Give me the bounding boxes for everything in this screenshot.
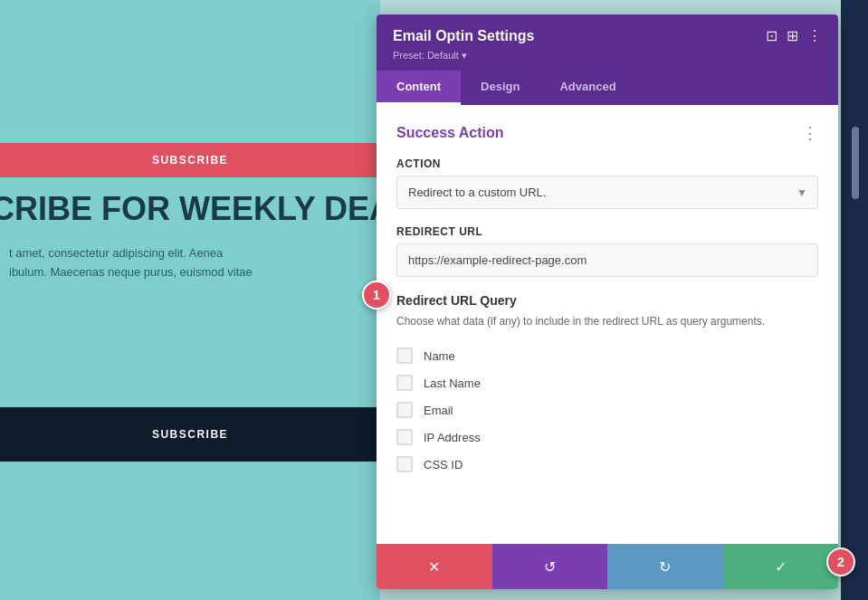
bg-body-text: t amet, consectetur adipiscing elit. Aen… bbox=[0, 244, 262, 282]
redirect-url-input[interactable] bbox=[396, 243, 818, 277]
right-side-panel bbox=[841, 0, 868, 600]
undo-icon: ↺ bbox=[544, 558, 556, 576]
checkbox-lastname: Last Name bbox=[396, 369, 818, 396]
panel-toolbar: ✕ ↺ ↻ ✓ bbox=[377, 544, 838, 589]
checkbox-email: Email bbox=[396, 396, 818, 424]
checkbox-email-label: Email bbox=[424, 404, 453, 417]
panel-title: Email Optin Settings bbox=[393, 28, 534, 44]
query-description: Choose what data (if any) to include in … bbox=[396, 313, 818, 329]
more-icon[interactable]: ⋮ bbox=[807, 27, 822, 44]
section-header: Success Action ⋮ bbox=[396, 123, 818, 143]
checkbox-cssid-label: CSS ID bbox=[424, 458, 463, 471]
save-button[interactable]: ✓ bbox=[723, 544, 839, 589]
redirect-url-label: Redirect URL bbox=[396, 225, 818, 238]
panel-header: Email Optin Settings ⊡ ⊞ ⋮ Preset: Defau… bbox=[377, 14, 838, 71]
section-title: Success Action bbox=[396, 125, 504, 141]
action-select[interactable]: Redirect to a custom URL. bbox=[396, 176, 818, 209]
section-menu-icon[interactable]: ⋮ bbox=[802, 123, 818, 143]
subscribe-label-bottom: SUBSCRIBE bbox=[152, 428, 228, 441]
checkbox-name-label: Name bbox=[424, 349, 455, 363]
checkbox-cssid: CSS ID bbox=[396, 451, 818, 478]
scrollbar[interactable] bbox=[852, 127, 859, 199]
checkbox-ip: IP Address bbox=[396, 424, 818, 451]
query-title: Redirect URL Query bbox=[396, 293, 818, 308]
panel-header-top: Email Optin Settings ⊡ ⊞ ⋮ bbox=[393, 27, 822, 44]
checkbox-email-box[interactable] bbox=[396, 402, 413, 418]
bg-headline: CRIBE FOR WEEKLY DEA bbox=[0, 190, 380, 228]
panel-preset[interactable]: Preset: Default ▾ bbox=[393, 50, 822, 62]
undo-button[interactable]: ↺ bbox=[492, 544, 608, 589]
redirect-url-field-row: Redirect URL bbox=[396, 225, 818, 277]
checkbox-ip-label: IP Address bbox=[424, 431, 481, 444]
save-icon: ✓ bbox=[775, 558, 787, 576]
layout-icon[interactable]: ⊞ bbox=[787, 27, 798, 44]
tab-content[interactable]: Content bbox=[377, 71, 461, 105]
panel-tabs: Content Design Advanced bbox=[377, 71, 838, 105]
tab-advanced[interactable]: Advanced bbox=[539, 71, 635, 105]
subscribe-bar-top: SUBSCRIBE bbox=[0, 143, 380, 177]
action-select-wrapper: Redirect to a custom URL. ▼ bbox=[396, 176, 818, 209]
badge-1: 1 bbox=[362, 281, 391, 310]
query-section: Redirect URL Query Choose what data (if … bbox=[396, 293, 818, 478]
checkbox-lastname-label: Last Name bbox=[424, 376, 481, 390]
checkbox-name-box[interactable] bbox=[396, 348, 413, 364]
action-field-row: Action Redirect to a custom URL. ▼ bbox=[396, 157, 818, 209]
cancel-icon: ✕ bbox=[428, 558, 440, 576]
checkbox-lastname-box[interactable] bbox=[396, 375, 413, 391]
tab-design[interactable]: Design bbox=[461, 71, 539, 105]
dot-grid-overlay bbox=[0, 0, 380, 143]
panel-header-icons: ⊡ ⊞ ⋮ bbox=[766, 27, 822, 44]
redo-icon: ↻ bbox=[659, 558, 671, 576]
cancel-button[interactable]: ✕ bbox=[377, 544, 492, 589]
background-page: SUBSCRIBE CRIBE FOR WEEKLY DEA t amet, c… bbox=[0, 0, 380, 600]
panel-body: Success Action ⋮ Action Redirect to a cu… bbox=[377, 105, 838, 544]
expand-icon[interactable]: ⊡ bbox=[766, 27, 777, 44]
redo-button[interactable]: ↻ bbox=[607, 544, 723, 589]
checkbox-ip-box[interactable] bbox=[396, 429, 413, 445]
subscribe-bar-bottom: SUBSCRIBE bbox=[0, 407, 380, 462]
subscribe-label-top: SUBSCRIBE bbox=[152, 154, 228, 167]
checkbox-name: Name bbox=[396, 342, 818, 369]
checkbox-cssid-box[interactable] bbox=[396, 456, 413, 472]
bg-bottom-area bbox=[0, 462, 380, 600]
badge-2: 2 bbox=[826, 548, 855, 576]
action-label: Action bbox=[396, 157, 818, 170]
settings-panel: Email Optin Settings ⊡ ⊞ ⋮ Preset: Defau… bbox=[377, 14, 838, 589]
